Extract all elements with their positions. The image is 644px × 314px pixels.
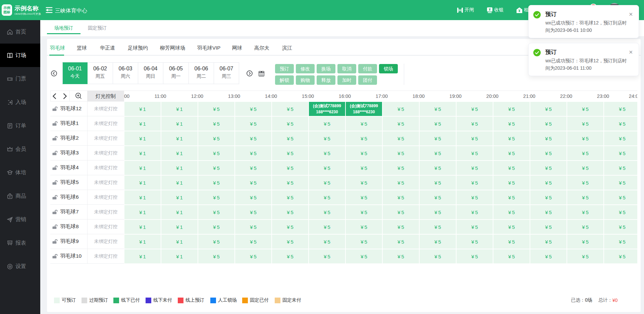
svg-text:¥: ¥	[519, 8, 521, 12]
svg-text:¥: ¥	[489, 7, 491, 11]
